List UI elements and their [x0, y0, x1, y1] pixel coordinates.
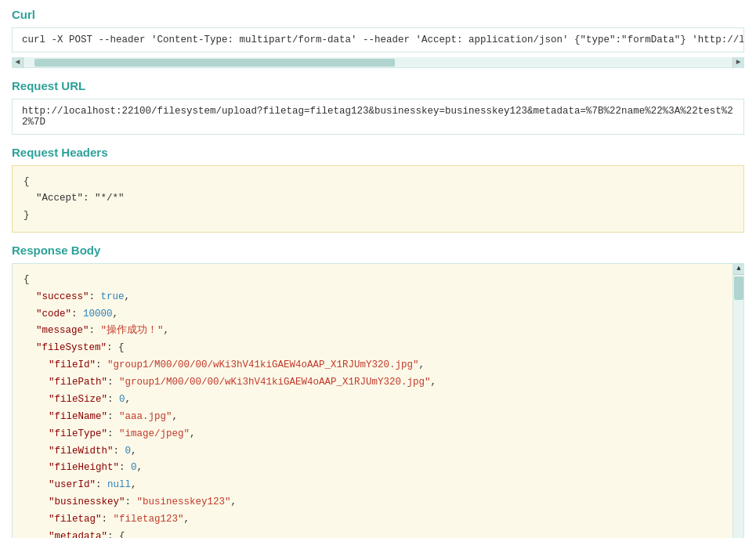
rb-line-6: "filePath": "group1/M00/00/00/wKi3hV41ki…	[24, 374, 722, 392]
main-container: Curl curl -X POST --header 'Content-Type…	[0, 0, 756, 538]
rb-line-2: "code": 10000,	[24, 306, 722, 323]
curl-command-text: curl -X POST --header 'Content-Type: mul…	[22, 34, 744, 45]
rb-line-0: {	[24, 272, 722, 289]
rb-line-14: "filetag": "filetag123",	[24, 511, 722, 529]
headers-line-close: }	[24, 208, 732, 224]
headers-accept-line: "Accept": "*/*"	[24, 190, 732, 207]
rb-line-9: "fileType": "image/jpeg",	[24, 426, 722, 443]
scroll-left-arrow[interactable]: ◄	[13, 57, 24, 68]
request-url-section-title: Request URL	[12, 79, 744, 92]
response-body-section-title: Response Body	[12, 244, 744, 257]
rb-line-4: "fileSystem": {	[24, 340, 722, 357]
scrollbar-track[interactable]	[24, 59, 732, 67]
scrollbar-thumb[interactable]	[34, 59, 395, 67]
scroll-right-arrow[interactable]: ►	[732, 57, 743, 68]
response-body-content: { "success": true, "code": 10000, "messa…	[13, 264, 732, 538]
rb-line-13: "businesskey": "businesskey123",	[24, 494, 722, 511]
rb-line-3: "message": "操作成功！",	[24, 323, 722, 340]
request-url-text: http://localhost:22100/filesystem/upload…	[22, 106, 733, 128]
rb-line-8: "fileName": "aaa.jpg",	[24, 409, 722, 426]
request-headers-section-title: Request Headers	[12, 146, 744, 159]
arrow-right-icon: ►	[736, 58, 740, 67]
rb-line-10: "fileWidth": 0,	[24, 443, 722, 460]
response-vertical-scrollbar[interactable]: ▲ ▼	[732, 264, 743, 538]
scroll-v-thumb[interactable]	[734, 276, 743, 300]
curl-horizontal-scrollbar[interactable]: ◄ ►	[12, 57, 744, 68]
rb-line-5: "fileId": "group1/M00/00/00/wKi3hV41kiGA…	[24, 357, 722, 374]
rb-line-12: "userId": null,	[24, 477, 722, 494]
curl-command-box: curl -X POST --header 'Content-Type: mul…	[12, 27, 744, 52]
scroll-v-track[interactable]	[733, 275, 743, 538]
rb-line-1: "success": true,	[24, 289, 722, 306]
arrow-left-icon: ◄	[15, 58, 20, 67]
arrow-up-icon: ▲	[736, 265, 740, 273]
request-url-box: http://localhost:22100/filesystem/upload…	[12, 99, 744, 135]
rb-line-7: "fileSize": 0,	[24, 392, 722, 409]
rb-line-15: "metadata": {	[24, 529, 722, 538]
curl-section-title: Curl	[12, 8, 744, 21]
headers-line-open: {	[24, 174, 732, 190]
request-headers-box: { "Accept": "*/*" }	[12, 165, 744, 233]
response-body-container: { "success": true, "code": 10000, "messa…	[12, 263, 744, 538]
scroll-up-arrow[interactable]: ▲	[733, 264, 744, 275]
rb-line-11: "fileHeight": 0,	[24, 460, 722, 477]
